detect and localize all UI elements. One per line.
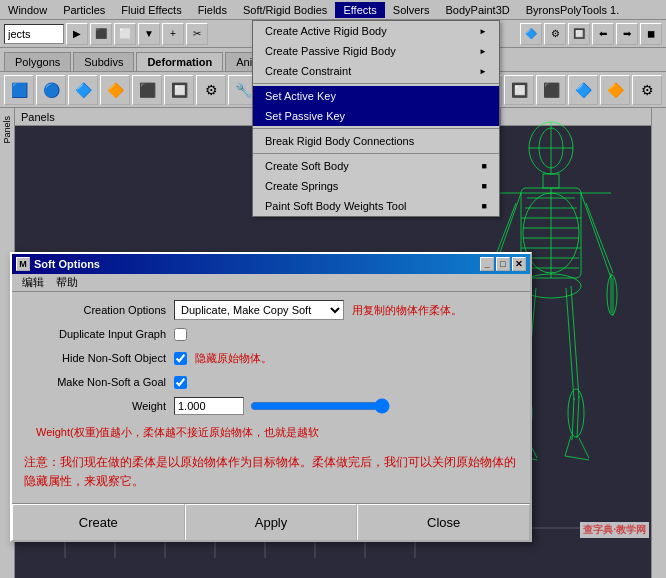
svg-line-16 <box>581 193 611 278</box>
close-dialog-button[interactable]: Close <box>357 504 530 540</box>
icon-btn-r4[interactable]: ⬛ <box>536 75 566 105</box>
panels-label: Panels <box>2 116 12 144</box>
duplicate-input-label: Duplicate Input Graph <box>24 328 174 340</box>
menu-create-passive[interactable]: Create Passive Rigid Body ► <box>253 41 499 61</box>
dropdown-menu: Create Active Rigid Body ► Create Passiv… <box>252 20 500 217</box>
make-nonsoft-label: Make Non-Soft a Goal <box>24 376 174 388</box>
hide-nonsoft-label: Hide Non-Soft Object <box>24 352 174 364</box>
dialog-title-left: M Soft Options <box>16 257 100 271</box>
dialog-menu-edit[interactable]: 编辑 <box>16 273 50 292</box>
tab-subdivs[interactable]: Subdivs <box>73 52 134 71</box>
icon-btn-r7[interactable]: ⚙ <box>632 75 662 105</box>
hide-nonsoft-row: Hide Non-Soft Object 隐藏原始物体。 <box>24 348 518 368</box>
svg-point-20 <box>607 275 617 315</box>
menu-break-connections[interactable]: Break Rigid Body Connections <box>253 131 499 151</box>
apply-button[interactable]: Apply <box>185 504 358 540</box>
menu-bodypaint[interactable]: BodyPaint3D <box>438 2 518 18</box>
menu-bar: Window Particles Fluid Effects Fields So… <box>0 0 666 20</box>
svg-line-17 <box>586 203 613 273</box>
menu-fluid-effects[interactable]: Fluid Effects <box>113 2 189 18</box>
dialog-title: Soft Options <box>34 258 100 270</box>
icon-btn-2[interactable]: 🔵 <box>36 75 66 105</box>
menu-set-active-key[interactable]: Set Active Key <box>253 86 499 106</box>
hide-nonsoft-note: 隐藏原始物体。 <box>195 351 272 366</box>
menu-soft-rigid[interactable]: Soft/Rigid Bodies <box>235 2 335 18</box>
weight-row: Weight <box>24 396 518 416</box>
creation-options-note: 用复制的物体作柔体。 <box>352 303 462 318</box>
svg-point-34 <box>568 389 584 437</box>
viewport-panels-label: Panels <box>21 111 55 123</box>
toolbar-btn-1[interactable]: ▶ <box>66 23 88 45</box>
dialog-menu-help[interactable]: 帮助 <box>50 273 84 292</box>
menu-window[interactable]: Window <box>0 2 55 18</box>
toolbar-btn-2[interactable]: ⬛ <box>90 23 112 45</box>
menu-fields[interactable]: Fields <box>190 2 235 18</box>
icon-btn-3[interactable]: 🔷 <box>68 75 98 105</box>
toolbar-btn-3[interactable]: ⬜ <box>114 23 136 45</box>
search-input[interactable] <box>4 24 64 44</box>
icon-btn-r5[interactable]: 🔷 <box>568 75 598 105</box>
maximize-button[interactable]: □ <box>496 257 510 271</box>
weight-slider[interactable] <box>250 399 390 413</box>
icon-btn-r6[interactable]: 🔶 <box>600 75 630 105</box>
create-button[interactable]: Create <box>12 504 185 540</box>
toolbar-btn-5[interactable]: + <box>162 23 184 45</box>
duplicate-input-checkbox[interactable] <box>174 328 187 341</box>
menu-create-active[interactable]: Create Active Rigid Body ► <box>253 21 499 41</box>
springs-icon: ■ <box>482 181 487 191</box>
creation-options-row: Creation Options Duplicate, Make Copy So… <box>24 300 518 320</box>
svg-line-30 <box>571 286 579 398</box>
menu-paint-weights[interactable]: Paint Soft Body Weights Tool ■ <box>253 196 499 216</box>
hide-nonsoft-checkbox[interactable] <box>174 352 187 365</box>
duplicate-input-row: Duplicate Input Graph <box>24 324 518 344</box>
icon-btn-6[interactable]: 🔲 <box>164 75 194 105</box>
toolbar-btn-r1[interactable]: 🔷 <box>520 23 542 45</box>
menu-effects[interactable]: Effects <box>335 2 384 18</box>
dialog-menubar: 编辑 帮助 <box>12 274 530 292</box>
weight-note: Weight(权重)值越小，柔体越不接近原始物体，也就是越软 <box>36 424 319 441</box>
dialog-footer: Create Apply Close <box>12 503 530 540</box>
right-panel <box>651 108 666 578</box>
icon-btn-r3[interactable]: 🔲 <box>504 75 534 105</box>
tab-deformation[interactable]: Deformation <box>136 52 223 71</box>
minimize-button[interactable]: _ <box>480 257 494 271</box>
menu-particles[interactable]: Particles <box>55 2 113 18</box>
weight-input[interactable] <box>174 397 244 415</box>
arrow-icon-3: ► <box>479 67 487 76</box>
icon-btn-7[interactable]: ⚙ <box>196 75 226 105</box>
icon-btn-5[interactable]: ⬛ <box>132 75 162 105</box>
toolbar-btn-r2[interactable]: ⚙ <box>544 23 566 45</box>
creation-options-label: Creation Options <box>24 304 174 316</box>
dialog-controls: _ □ ✕ <box>480 257 526 271</box>
svg-line-35 <box>565 436 571 456</box>
weights-icon: ■ <box>482 201 487 211</box>
svg-line-36 <box>579 438 589 458</box>
weight-label: Weight <box>24 400 174 412</box>
soft-options-dialog: M Soft Options _ □ ✕ 编辑 帮助 Creation Opti… <box>10 252 532 542</box>
arrow-icon-1: ► <box>479 27 487 36</box>
main-note: 注意：我们现在做的柔体是以原始物体作为目标物体。柔体做完后，我们可以关闭原始物体… <box>24 445 518 495</box>
watermark: 查字典·教学网 <box>580 522 649 538</box>
icon-btn-4[interactable]: 🔶 <box>100 75 130 105</box>
close-button[interactable]: ✕ <box>512 257 526 271</box>
menu-set-passive-key[interactable]: Set Passive Key <box>253 106 499 126</box>
icon-btn-1[interactable]: 🟦 <box>4 75 34 105</box>
creation-options-select[interactable]: Duplicate, Make Copy Soft <box>174 300 344 320</box>
toolbar-btn-r3[interactable]: 🔲 <box>568 23 590 45</box>
tab-polygons[interactable]: Polygons <box>4 52 71 71</box>
toolbar-btn-4[interactable]: ▼ <box>138 23 160 45</box>
menu-solvers[interactable]: Solvers <box>385 2 438 18</box>
make-nonsoft-checkbox[interactable] <box>174 376 187 389</box>
menu-create-constraint[interactable]: Create Constraint ► <box>253 61 499 81</box>
menu-create-soft-body[interactable]: Create Soft Body ■ <box>253 156 499 176</box>
separator-2 <box>253 128 499 129</box>
toolbar-btn-r6[interactable]: ◼ <box>640 23 662 45</box>
toolbar-btn-r4[interactable]: ⬅ <box>592 23 614 45</box>
dialog-content: Creation Options Duplicate, Make Copy So… <box>12 292 530 503</box>
svg-line-37 <box>565 456 589 460</box>
menu-create-springs[interactable]: Create Springs ■ <box>253 176 499 196</box>
toolbar-btn-r5[interactable]: ➡ <box>616 23 638 45</box>
separator-3 <box>253 153 499 154</box>
menu-byrons[interactable]: ByronsPolyTools 1. <box>518 2 628 18</box>
toolbar-btn-6[interactable]: ✂ <box>186 23 208 45</box>
